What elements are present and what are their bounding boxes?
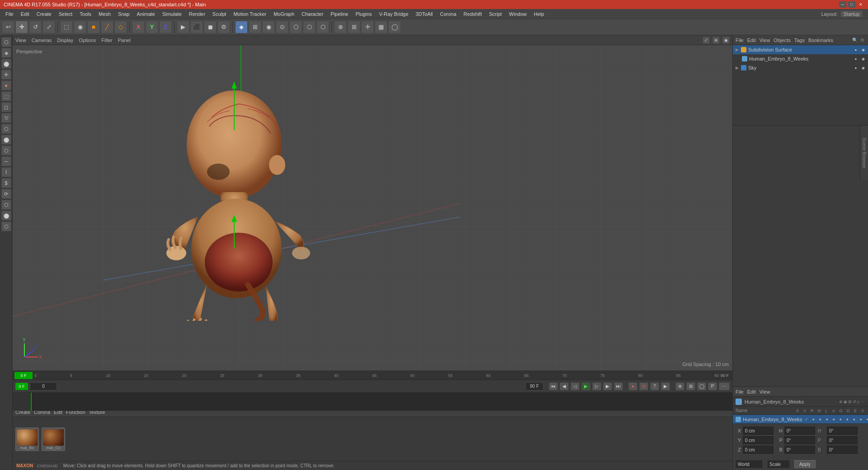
t5[interactable]: ⬤	[1, 135, 11, 145]
obj-settings-btn[interactable]: ⚙	[859, 37, 865, 43]
obj-menu-view[interactable]: View	[760, 38, 770, 43]
flag-d[interactable]: ●	[851, 417, 857, 422]
view-lines-button[interactable]: ⊞	[249, 21, 261, 33]
world-select[interactable]: World	[736, 460, 763, 468]
menu-script[interactable]: Script	[486, 10, 505, 18]
attr-embryo-row[interactable]: Human_Embryo_8_Weeks ✓ ● ● ● ● ● ● ● ● ●	[733, 415, 868, 424]
obj-menu-objects[interactable]: Objects	[774, 38, 790, 43]
view-texture-button[interactable]: ⬡	[289, 21, 302, 33]
rotate-tool-button[interactable]: ↺	[29, 21, 42, 33]
t6[interactable]: ⬡	[1, 146, 11, 155]
poly-mode-button[interactable]: ◇	[114, 21, 127, 33]
t3[interactable]: ▽	[1, 113, 11, 123]
obj-render-btn-subdivision[interactable]: ◉	[860, 47, 866, 53]
menu-redshift[interactable]: Redshift	[460, 10, 485, 18]
view-shading-button[interactable]: ◈	[235, 21, 248, 33]
z-axis-button[interactable]: Z	[159, 21, 172, 33]
expand-icon-sky[interactable]: ▶	[735, 66, 739, 70]
menu-window[interactable]: Window	[505, 10, 530, 18]
field-z-pos[interactable]: 0 cm	[743, 446, 774, 454]
undo-button[interactable]: ↩	[2, 21, 14, 33]
menu-sculpt[interactable]: Sculpt	[209, 10, 230, 18]
field-p-val[interactable]: 0°	[827, 436, 858, 444]
t9[interactable]: $	[1, 178, 11, 188]
animate-tool[interactable]: ●	[1, 80, 11, 90]
t10[interactable]: ⟳	[1, 189, 11, 199]
flag-m[interactable]: ●	[824, 417, 830, 422]
timeline-track[interactable]	[13, 393, 732, 411]
close-button[interactable]: ✕	[857, 1, 864, 8]
menu-3dtoall[interactable]: 3DToAll	[412, 10, 436, 18]
view-mat-button[interactable]: ⬡	[303, 21, 316, 33]
render-to-po-button[interactable]: ◼	[204, 21, 217, 33]
menu-corona[interactable]: Corona	[436, 10, 460, 18]
viewport-menu-panel[interactable]: Panel	[118, 38, 131, 43]
view-constant-button[interactable]: ◉	[262, 21, 275, 33]
playback-settings-btn[interactable]: P	[708, 382, 717, 390]
attr-icon-2[interactable]: ◉	[844, 400, 847, 404]
field-h-rot[interactable]: 0°	[784, 427, 815, 435]
field-p-rot[interactable]: 0°	[784, 436, 815, 444]
maximize-button[interactable]: □	[848, 1, 855, 8]
viewport-expand-btn[interactable]: ⤢	[703, 37, 710, 44]
workplane-button[interactable]: ▦	[375, 21, 387, 33]
bottom-menu-file[interactable]: File	[736, 389, 744, 395]
field-y-pos[interactable]: 0 cm	[743, 436, 774, 444]
attr-icon-3[interactable]: ⊞	[848, 400, 852, 404]
scene-tool[interactable]: ◈	[1, 48, 11, 58]
t12[interactable]: ⬤	[1, 211, 11, 221]
menu-animate[interactable]: Animate	[133, 10, 159, 18]
view-ssao-button[interactable]: ⬡	[316, 21, 329, 33]
field-b-rot[interactable]: 0°	[784, 446, 815, 454]
menu-render[interactable]: Render	[185, 10, 209, 18]
last-frame-btn[interactable]: ⏭	[614, 382, 623, 390]
flag-e[interactable]: ●	[858, 417, 863, 422]
render-button[interactable]: ▶	[177, 21, 189, 33]
viewport-lock-btn[interactable]: ⊕	[712, 37, 720, 44]
attr-icon-1[interactable]: ⊕	[839, 400, 843, 404]
layout-value[interactable]: Startup	[840, 10, 863, 18]
attr-icon-5[interactable]: ▷	[857, 400, 860, 404]
viewport-menu-options[interactable]: Options	[79, 38, 96, 43]
flag-a[interactable]: ●	[838, 417, 843, 422]
viewport[interactable]: Perspective Grid Spacing : 10 cm X Y Z	[13, 45, 732, 371]
key-all-btn[interactable]: ?	[650, 382, 659, 390]
flag-l[interactable]: ●	[831, 417, 836, 422]
menu-snap[interactable]: Snap	[114, 10, 133, 18]
motion-clip-btn[interactable]: ◯	[697, 382, 706, 390]
select-all-button[interactable]: ⬚	[60, 21, 73, 33]
obj-menu-tags[interactable]: Tags	[794, 38, 805, 43]
field-b-val[interactable]: 0°	[827, 446, 858, 454]
edge-mode-button[interactable]: ╱	[101, 21, 113, 33]
menu-motion-tracker[interactable]: Motion Tracker	[230, 10, 270, 18]
viewport-solo-btn[interactable]: ◉	[722, 37, 730, 44]
prev-keyframe-btn[interactable]: ◀	[560, 382, 569, 390]
t4[interactable]: ⬡	[1, 124, 11, 134]
t13[interactable]: ⬡	[1, 221, 11, 231]
record-btn[interactable]: ●	[628, 382, 637, 390]
field-h-val[interactable]: 0°	[827, 427, 858, 435]
apply-button[interactable]: Apply	[794, 460, 816, 468]
attr-icon-6[interactable]: ⋯	[861, 400, 865, 404]
viewport-menu-display[interactable]: Display	[57, 38, 73, 43]
axis-tool[interactable]: ✛	[1, 70, 11, 80]
flag-s[interactable]: ✓	[804, 417, 809, 422]
play-all-btn[interactable]: ▶	[661, 382, 670, 390]
next-keyframe-btn[interactable]: ▶	[603, 382, 612, 390]
obj-item-sky[interactable]: ▶ Sky ● ◉	[733, 63, 868, 72]
texture-tool[interactable]: ⬤	[1, 59, 11, 69]
next-frame-btn[interactable]: ▷	[592, 382, 601, 390]
t1[interactable]: ⬚	[1, 91, 11, 101]
flag-r[interactable]: ●	[817, 417, 823, 422]
t8[interactable]: ⌇	[1, 167, 11, 177]
viewport-menu-filter[interactable]: Filter	[101, 38, 112, 43]
move-tool-button[interactable]: ✛	[15, 21, 28, 33]
first-frame-btn[interactable]: ⏮	[549, 382, 558, 390]
attr-icon-4[interactable]: ↺	[853, 400, 856, 404]
obj-item-embryo[interactable]: Human_Embryo_8_Weeks ● ◉	[733, 54, 868, 63]
obj-vis-btn-sky[interactable]: ●	[853, 65, 859, 71]
obj-menu-file[interactable]: File	[736, 38, 744, 43]
field-x-pos[interactable]: 0 cm	[743, 427, 774, 435]
end-frame-input[interactable]: 90 F	[525, 382, 543, 390]
flag-x[interactable]: ●	[865, 417, 868, 422]
